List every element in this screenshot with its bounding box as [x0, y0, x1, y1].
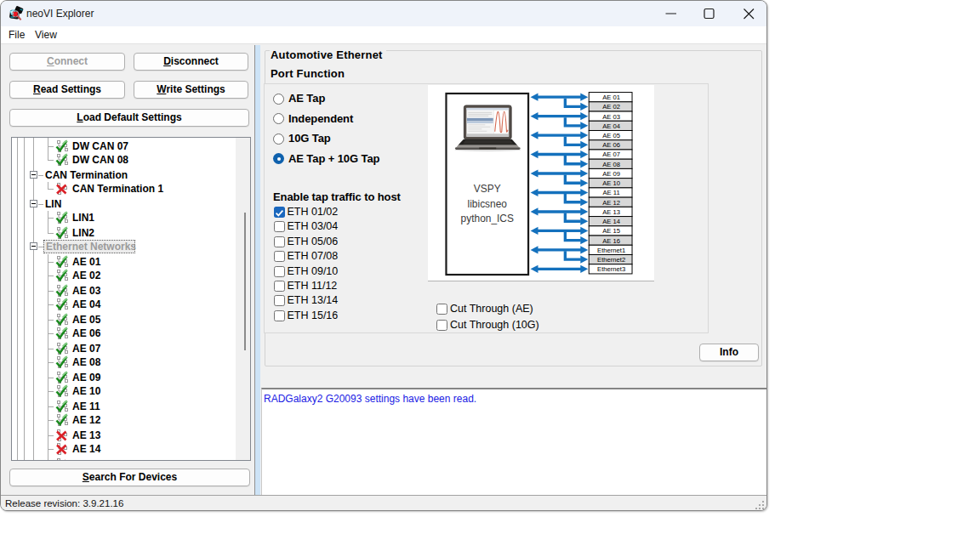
svg-text:AE 15: AE 15 — [602, 227, 620, 235]
svg-text:Ethernet2: Ethernet2 — [597, 256, 625, 264]
svg-text:AE 05: AE 05 — [602, 132, 620, 139]
svg-text:libicsneo: libicsneo — [468, 198, 508, 210]
svg-text:AE 07: AE 07 — [602, 151, 620, 158]
svg-text:AE 02: AE 02 — [602, 103, 620, 111]
svg-text:AE 13: AE 13 — [602, 208, 620, 216]
svg-text:AE 01: AE 01 — [602, 94, 620, 101]
svg-text:AE 14: AE 14 — [602, 218, 621, 225]
svg-text:Ethernet1: Ethernet1 — [597, 247, 625, 254]
svg-text:AE 09: AE 09 — [602, 170, 620, 178]
svg-text:AE 10: AE 10 — [602, 179, 620, 187]
svg-text:Ethernet3: Ethernet3 — [597, 265, 625, 273]
svg-text:AE 16: AE 16 — [602, 237, 620, 245]
svg-text:AE 04: AE 04 — [602, 122, 621, 130]
svg-text:AE 03: AE 03 — [602, 113, 620, 121]
svg-text:python_ICS: python_ICS — [461, 213, 514, 224]
svg-text:AE 12: AE 12 — [602, 199, 620, 207]
svg-text:VSPY: VSPY — [474, 183, 501, 195]
svg-text:AE 11: AE 11 — [602, 189, 619, 196]
svg-text:AE 06: AE 06 — [602, 141, 620, 149]
svg-text:AE 08: AE 08 — [602, 161, 620, 168]
